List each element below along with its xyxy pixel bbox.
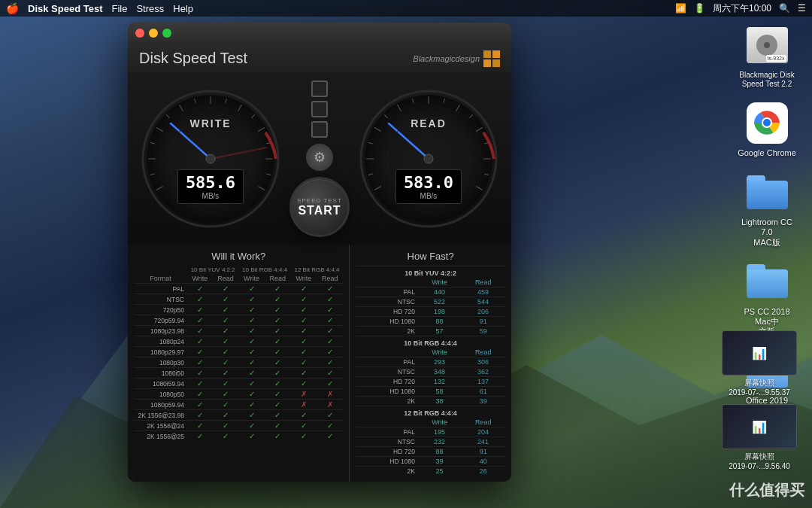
write-value-box: 585.6 MB/s xyxy=(177,169,244,204)
screenshot-2[interactable]: 📊 屏幕快照2019-07-...9.56.40 xyxy=(722,404,797,470)
check-mark: ✓ xyxy=(249,337,255,345)
desktop-icon-chrome[interactable]: Google Chrome xyxy=(737,100,797,158)
write-value: 585.6 xyxy=(186,173,235,192)
col-10rgb: 10 Bit RGB 4:4:4 xyxy=(238,266,290,274)
check-mark: ✓ xyxy=(223,390,229,398)
write-label: WRITE xyxy=(189,117,231,129)
menu-file[interactable]: File xyxy=(111,3,127,14)
checkbox-3[interactable] xyxy=(311,121,328,138)
table-row: 1080p29.97✓✓✓✓✓✓ xyxy=(134,347,343,357)
desktop-icon-blackmagic[interactable]: ts-932x Blackmagic DiskSpeed Test 2.2 xyxy=(737,23,797,89)
check-mark: ✓ xyxy=(301,348,307,356)
col-10yuv: 10 Bit YUV 4:2:2 xyxy=(187,266,238,274)
table-row: NTSC348362 xyxy=(356,367,505,377)
check-mark: ✓ xyxy=(249,411,255,419)
check-mark: ✓ xyxy=(327,337,333,345)
svg-point-25 xyxy=(206,154,215,163)
write-gauge-container: WRITE 585.6 MB/s xyxy=(139,87,282,230)
table-row: PAL440459 xyxy=(356,287,505,297)
watermark: 什么值得买 xyxy=(729,480,804,500)
check-mark: ✓ xyxy=(274,432,280,440)
table-row: 2K2526 xyxy=(356,467,505,476)
menu-help[interactable]: Help xyxy=(173,3,193,14)
check-mark: ✓ xyxy=(249,432,255,440)
check-mark: ✓ xyxy=(223,316,229,324)
bmd-text: Blackmagicdesign xyxy=(413,54,480,63)
check-mark: ✓ xyxy=(327,358,333,367)
check-mark: ✓ xyxy=(197,432,203,440)
how-fast-panel: How Fast? 10 Bit YUV 4:2:2WriteReadPAL44… xyxy=(350,245,511,482)
read-value: 583.0 xyxy=(404,173,453,192)
menu-extra-icon[interactable]: ☰ xyxy=(798,3,806,14)
th-format: Format xyxy=(134,274,187,284)
check-mark: ✓ xyxy=(249,284,255,293)
check-mark: ✓ xyxy=(249,400,255,409)
check-mark: ✓ xyxy=(327,327,333,335)
check-mark: ✓ xyxy=(274,327,280,335)
table-row: 1080i50✓✓✓✓✓✓ xyxy=(134,368,343,379)
table-row: PAL✓✓✓✓✓✓ xyxy=(134,284,343,294)
screenshot-1[interactable]: 📊 屏幕快照2019-07-...9.55.37 xyxy=(722,330,797,397)
check-mark: ✓ xyxy=(223,306,229,314)
table-row: 720p50✓✓✓✓✓✓ xyxy=(134,305,343,315)
search-icon[interactable]: 🔍 xyxy=(779,3,790,14)
check-mark: ✓ xyxy=(301,369,307,377)
checkbox-2[interactable] xyxy=(311,101,328,117)
check-mark: ✓ xyxy=(223,400,229,409)
maximize-button[interactable] xyxy=(162,29,171,38)
apple-menu[interactable]: 🍎 xyxy=(6,2,19,14)
check-mark: ✓ xyxy=(249,306,255,314)
screenshot-2-label: 屏幕快照2019-07-...9.56.40 xyxy=(729,452,790,470)
col-header-row: WriteRead xyxy=(356,278,505,287)
check-mark: ✓ xyxy=(223,295,229,303)
table-row: 2K5759 xyxy=(356,327,505,336)
menu-stress[interactable]: Stress xyxy=(136,3,164,14)
check-mark: ✓ xyxy=(274,295,280,303)
check-mark: ✓ xyxy=(327,306,333,314)
desktop-icon-lightroom[interactable]: Lightroom CC 7.0MAC版 xyxy=(737,169,797,248)
desktop: 🍎 Disk Speed Test File Stress Help 📶 🔋 周… xyxy=(0,0,812,508)
app-menu-name[interactable]: Disk Speed Test xyxy=(28,3,102,14)
table-row: 1080i59.94✓✓✓✓✓✓ xyxy=(134,379,343,389)
check-mark: ✓ xyxy=(327,295,333,303)
table-row: HD 10803940 xyxy=(356,457,505,467)
check-mark: ✓ xyxy=(197,390,203,398)
table-row: HD 10808891 xyxy=(356,317,505,327)
check-mark: ✓ xyxy=(197,369,203,377)
check-mark: ✓ xyxy=(223,432,229,440)
minimize-button[interactable] xyxy=(149,29,158,38)
check-mark: ✓ xyxy=(274,348,280,356)
checkbox-1[interactable] xyxy=(311,81,328,97)
table-row: HD 7208891 xyxy=(356,447,505,457)
desktop-icon-ps[interactable]: PS CC 2018 Mac中文版 xyxy=(737,259,797,337)
table-row: 2K 1556@24✓✓✓✓✓✓ xyxy=(134,421,343,431)
start-button[interactable]: SPEED TEST START xyxy=(289,177,350,237)
check-mark: ✓ xyxy=(223,348,229,356)
th-r1: Read xyxy=(213,274,239,284)
screenshot-thumb-2: 📊 xyxy=(722,404,797,449)
check-mark: ✓ xyxy=(327,421,333,430)
check-mark: ✓ xyxy=(274,379,280,388)
data-section: Will it Work? 10 Bit YUV 4:2:2 10 Bit RG… xyxy=(128,245,511,482)
table-row: PAL195204 xyxy=(356,427,505,437)
will-it-work-title: Will it Work? xyxy=(134,251,343,262)
gauges-section: WRITE 585.6 MB/s ⚙ SPEED TEST START xyxy=(128,73,511,245)
app-window: Disk Speed Test Blackmagicdesign xyxy=(128,23,511,482)
lightroom-label: Lightroom CC 7.0MAC版 xyxy=(737,217,797,248)
section-header-row: 10 Bit YUV 4:2:2 xyxy=(356,266,505,278)
check-mark: ✓ xyxy=(223,369,229,377)
check-mark: ✓ xyxy=(197,400,203,409)
th-w1: Write xyxy=(187,274,213,284)
check-mark: ✓ xyxy=(301,411,307,419)
center-controls: ⚙ SPEED TEST START xyxy=(289,81,350,237)
check-mark: ✓ xyxy=(223,337,229,345)
th-w3: Write xyxy=(291,274,317,284)
read-unit: MB/s xyxy=(404,192,453,200)
col-header-row: WriteRead xyxy=(356,348,505,357)
close-button[interactable] xyxy=(135,29,144,38)
svg-point-47 xyxy=(424,154,433,163)
settings-button[interactable]: ⚙ xyxy=(306,144,333,171)
check-mark: ✓ xyxy=(274,337,280,345)
check-mark: ✓ xyxy=(327,369,333,377)
write-gauge: WRITE 585.6 MB/s xyxy=(139,87,282,230)
